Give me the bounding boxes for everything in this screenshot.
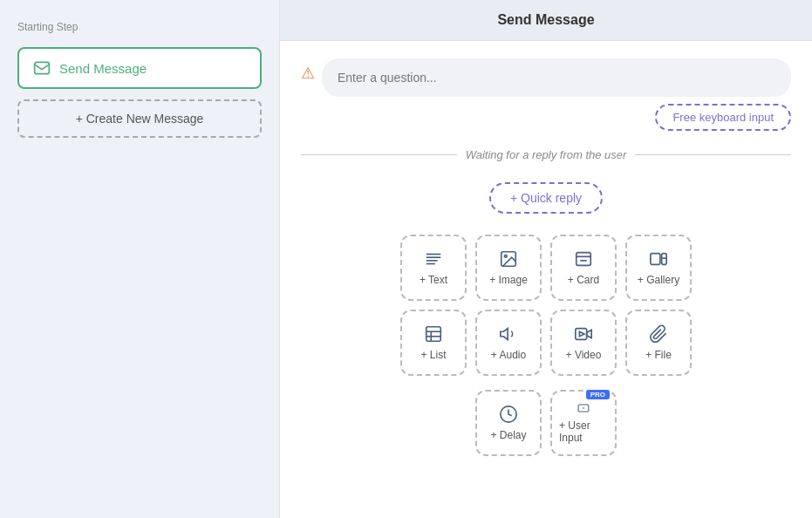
starting-step-label: Starting Step — [17, 21, 262, 33]
svg-rect-7 — [577, 253, 591, 266]
svg-rect-10 — [651, 254, 660, 265]
create-new-label: + Create New Message — [76, 112, 204, 126]
action-tile-video-label: + Video — [566, 349, 602, 361]
action-tile-image-label: + Image — [489, 274, 528, 286]
action-tile-audio-label: + Audio — [491, 349, 526, 361]
warning-icon: ⚠ — [301, 64, 315, 83]
sidebar: Starting Step Send Message + Create New … — [0, 0, 279, 518]
svg-rect-13 — [426, 327, 441, 342]
svg-point-6 — [504, 255, 507, 257]
action-tile-image[interactable]: + Image — [475, 235, 542, 301]
send-message-label: Send Message — [59, 61, 147, 76]
action-tile-video[interactable]: + Video — [550, 310, 617, 376]
action-tile-user-input[interactable]: PRO + User Input — [550, 390, 617, 456]
action-tile-file[interactable]: + File — [625, 310, 692, 376]
waiting-text: Waiting for a reply from the user — [466, 148, 627, 161]
pro-badge: PRO — [586, 390, 610, 399]
svg-marker-19 — [587, 330, 592, 337]
action-tile-file-label: + File — [645, 349, 672, 361]
bottom-tiles-row: + Delay PRO + User Input — [475, 390, 617, 456]
main-panel: Send Message ⚠ Free keyboard input Waiti… — [279, 0, 812, 518]
svg-rect-0 — [35, 62, 50, 73]
question-row: ⚠ — [301, 58, 791, 97]
action-tile-list[interactable]: + List — [400, 310, 467, 376]
svg-rect-11 — [662, 254, 667, 265]
free-keyboard-label: Free keyboard input — [672, 111, 774, 124]
send-message-button[interactable]: Send Message — [17, 47, 262, 89]
quick-reply-label: + Quick reply — [510, 191, 582, 205]
action-tile-gallery-label: + Gallery — [638, 274, 679, 286]
action-tile-delay-label: + Delay — [490, 429, 526, 441]
action-tile-card[interactable]: + Card — [550, 235, 617, 301]
action-tile-card-label: + Card — [568, 274, 599, 286]
action-tile-audio[interactable]: + Audio — [475, 310, 542, 376]
send-message-icon — [33, 59, 51, 77]
action-tile-delay[interactable]: + Delay — [475, 390, 542, 456]
action-tile-user-input-label: + User Input — [559, 419, 608, 444]
divider-line-right — [635, 154, 791, 155]
free-keyboard-button[interactable]: Free keyboard input — [655, 104, 791, 131]
quick-reply-button[interactable]: + Quick reply — [489, 182, 603, 214]
action-tiles-grid: + Text + Image + Card — [400, 235, 692, 376]
question-input[interactable] — [322, 58, 791, 97]
panel-title: Send Message — [497, 12, 594, 27]
action-tile-text-label: + Text — [420, 274, 447, 286]
create-new-message-button[interactable]: + Create New Message — [17, 99, 262, 138]
panel-header: Send Message — [280, 0, 812, 41]
action-tile-list-label: + List — [420, 349, 446, 361]
divider-line-left — [301, 154, 457, 155]
action-tile-gallery[interactable]: + Gallery — [625, 235, 692, 301]
main-body: ⚠ Free keyboard input Waiting for a repl… — [280, 41, 812, 518]
svg-marker-17 — [501, 329, 508, 340]
svg-marker-20 — [579, 331, 584, 337]
action-tile-text[interactable]: + Text — [400, 235, 467, 301]
waiting-divider: Waiting for a reply from the user — [301, 148, 791, 161]
